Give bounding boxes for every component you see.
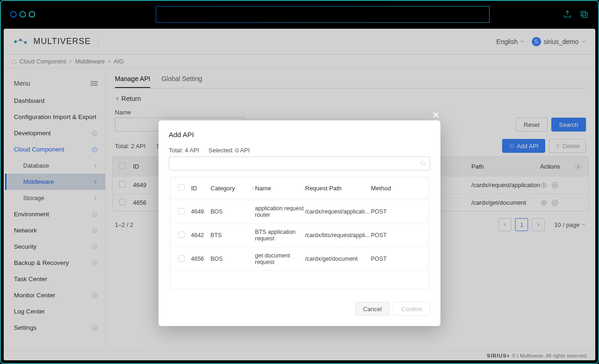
next-page-button[interactable] [532,218,545,231]
arrow-up-icon [91,146,98,153]
cancel-button[interactable]: Cancel [355,302,389,316]
sidebar-item-monitor[interactable]: Monitor Center [6,287,105,303]
name-label: Name [115,109,245,116]
svg-point-17 [577,166,579,168]
return-link[interactable]: Return [112,88,589,109]
user-menu[interactable]: S sirius_demo [532,37,586,46]
total-count: Total: 2 API [115,143,146,150]
row-checkbox[interactable] [119,199,126,205]
avatar: S [532,37,541,46]
delete-button[interactable]: Delete [549,139,586,153]
sidebar-subitem-storage[interactable]: Storage [6,190,105,206]
modal-row[interactable]: 4649 BOS application request router /car… [172,201,427,223]
window-controls [10,11,35,18]
prev-page-button[interactable] [498,218,511,231]
circle-icon [29,11,35,18]
sidebar-item-settings[interactable]: Settings [6,320,105,336]
modal-row[interactable]: 4656 BOS get document request /cardx/get… [172,248,427,270]
sidebar-item-environment[interactable]: Environment [6,206,105,222]
sidebar-item-backup[interactable]: Backup & Recovery [6,255,105,271]
home-icon [11,59,17,64]
column-category: Category [210,185,235,192]
arrow-down-icon [91,260,98,266]
url-search-bar[interactable] [156,6,490,23]
page-range: 1–2 / 2 [115,221,134,228]
tab-manage-api[interactable]: Manage API [115,75,150,88]
tab-global-setting[interactable]: Global Setting [161,75,202,88]
chevron-right-icon [93,196,98,201]
footer: SIRIUS+ © | Multiverse. All rights reser… [4,350,595,360]
remove-icon[interactable] [551,182,559,189]
remove-icon[interactable] [551,199,559,207]
close-button[interactable] [432,111,440,119]
svg-point-18 [543,184,545,186]
row-checkbox[interactable] [178,255,185,262]
arrow-down-icon [91,292,98,299]
breadcrumb-item[interactable]: Middleware [75,58,105,65]
modal-row[interactable]: 4642 BTS BTS application request /cardx/… [172,224,427,246]
page-size-selector[interactable]: 10 / page [554,221,586,228]
add-api-button[interactable]: Add API [502,139,545,153]
modal-total: Total: 4 API [169,147,199,154]
row-checkbox[interactable] [178,232,185,238]
brand-name: MULTIVERSE [33,37,91,46]
sidebar-item-cloud-component[interactable]: Cloud Component [6,141,105,157]
circle-icon [19,11,26,18]
search-icon [420,160,427,167]
column-method: Method [371,185,399,192]
sidebar-subitem-middleware[interactable]: Middleware [5,174,105,190]
sidebar-item-task-center[interactable]: Task Center [6,271,105,287]
select-all-checkbox[interactable] [178,184,185,191]
gear-icon[interactable] [574,163,582,170]
sidebar-subitem-database[interactable]: Database [6,157,105,174]
circle-icon [10,11,17,18]
tabs: Manage API Global Setting [112,69,589,88]
eye-icon[interactable] [540,182,548,189]
reset-button[interactable]: Reset [516,118,548,132]
breadcrumb: Cloud Component > Middleware > AIG [4,55,595,69]
arrow-down-icon [91,130,98,137]
eye-icon[interactable] [540,199,548,207]
trash-icon [555,143,561,149]
modal-search-input[interactable] [169,157,430,170]
chevron-down-icon [520,39,524,44]
row-checkbox[interactable] [119,181,126,188]
column-id: ID [133,163,161,170]
sidebar-item-network[interactable]: Network [6,222,105,238]
add-api-modal: Add API Total: 4 API Selected: 0 API ID … [159,120,440,326]
row-checkbox[interactable] [178,208,185,214]
sidebar-item-dashboard[interactable]: Dashboard [6,93,105,109]
chevron-right-icon [93,180,98,184]
menu-collapse-icon[interactable] [90,81,98,86]
select-all-checkbox[interactable] [119,163,126,169]
sidebar-item-log-center[interactable]: Log Center [6,303,105,320]
arrow-down-icon [91,227,98,234]
app-header: MULTIVERSE English S sirius_demo [4,29,595,55]
arrow-down-icon [91,244,98,250]
sidebar-item-security[interactable]: Security [6,238,105,255]
modal-table: ID Category Name Request Path Method 464… [169,176,430,291]
copy-icon[interactable] [580,10,589,19]
search-button[interactable]: Search [551,118,586,132]
sidebar-item-development[interactable]: Development [6,125,105,141]
svg-point-4 [24,41,26,44]
page-number-button[interactable]: 1 [515,218,528,231]
modal-title: Add API [169,131,430,138]
svg-rect-0 [583,13,587,18]
share-icon[interactable] [563,10,572,19]
column-path: Request Path [305,185,371,192]
chevron-down-icon [581,39,586,44]
language-selector[interactable]: English [497,38,524,45]
column-name: Name [255,185,305,192]
window-top-bar [1,1,598,28]
brand-logo: MULTIVERSE [13,37,91,46]
breadcrumb-item[interactable]: AIG [114,58,124,65]
filter-icon[interactable] [250,186,255,191]
confirm-button[interactable]: Confirm [393,302,430,316]
sidebar-item-config[interactable]: Configuration Import & Export [6,109,105,125]
chevron-down-icon [581,222,586,227]
breadcrumb-item[interactable]: Cloud Component [19,58,66,65]
column-path: Path [472,163,540,170]
plus-circle-icon [509,143,515,149]
column-actions: Actions [540,163,560,170]
